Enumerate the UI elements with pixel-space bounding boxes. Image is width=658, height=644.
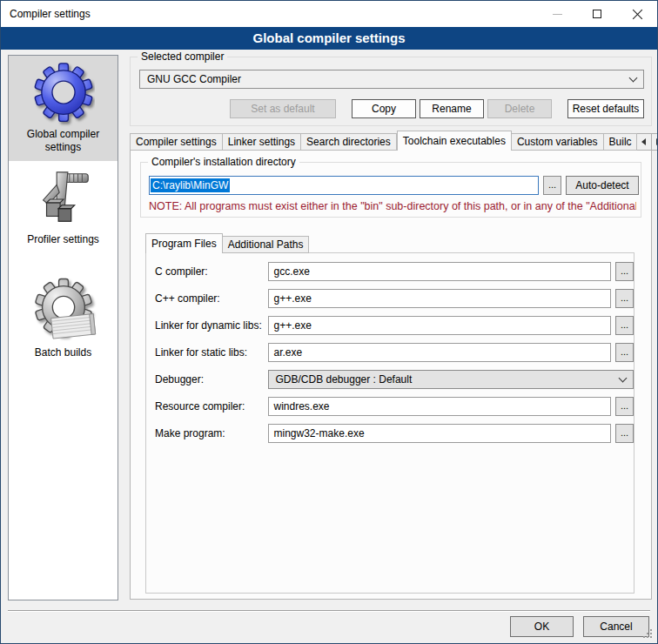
sidebar-item-batch-builds[interactable]: Batch builds (9, 264, 118, 370)
reset-defaults-button[interactable]: Reset defaults (567, 99, 644, 118)
linker-dynamic-input[interactable]: g++.exe (268, 316, 612, 335)
resource-compiler-browse-button[interactable]: ... (615, 397, 634, 416)
linker-static-value: ar.exe (274, 346, 303, 359)
window-title: Compiler settings (1, 8, 91, 20)
minimize-icon (553, 14, 562, 15)
resource-compiler-label: Resource compiler: (155, 400, 268, 413)
linker-static-label: Linker for static libs: (155, 346, 268, 359)
c-compiler-value: gcc.exe (274, 265, 310, 278)
installation-directory-value: C:\raylib\MinGW (151, 178, 230, 192)
browse-directory-button[interactable]: ... (543, 176, 561, 195)
auto-detect-button[interactable]: Auto-detect (566, 176, 639, 195)
resource-compiler-input[interactable]: windres.exe (268, 397, 612, 416)
caliper-icon (31, 166, 96, 231)
compiler-select-value: GNU GCC Compiler (147, 73, 241, 85)
delete-button[interactable]: Delete (487, 99, 552, 118)
rename-button[interactable]: Rename (420, 99, 484, 118)
tab-linker-settings[interactable]: Linker settings (223, 133, 301, 151)
selected-compiler-group: Selected compiler GNU GCC Compiler Set a… (130, 57, 652, 126)
sidebar-item-profiler-settings[interactable]: Profiler settings (9, 161, 118, 264)
tab-toolchain-executables[interactable]: Toolchain executables (397, 131, 512, 151)
sidebar-item-global-compiler-settings[interactable]: Global compiler settings (9, 56, 118, 161)
cpp-compiler-browse-button[interactable]: ... (615, 289, 634, 308)
cpp-compiler-row: C++ compiler: g++.exe ... (146, 289, 634, 308)
linker-static-browse-button[interactable]: ... (615, 343, 634, 362)
settings-tabs: Compiler settings Linker settings Search… (130, 131, 658, 151)
installation-directory-input[interactable]: C:\raylib\MinGW (149, 176, 539, 195)
resource-compiler-row: Resource compiler: windres.exe ... (146, 397, 634, 416)
compiler-select[interactable]: GNU GCC Compiler (139, 70, 644, 89)
copy-button[interactable]: Copy (352, 99, 416, 118)
debugger-label: Debugger: (155, 373, 268, 386)
chevron-down-icon (629, 73, 638, 82)
debugger-select[interactable]: GDB/CDB debugger : Default (268, 370, 634, 389)
close-button[interactable] (617, 1, 657, 27)
tab-search-directories[interactable]: Search directories (301, 133, 397, 151)
c-compiler-label: C compiler: (155, 265, 268, 278)
titlebar: Compiler settings (1, 1, 657, 27)
linker-static-row: Linker for static libs: ar.exe ... (146, 343, 634, 362)
ok-button[interactable]: OK (510, 616, 574, 637)
blue-gear-icon (32, 59, 95, 127)
compiler-actions: Set as default Copy Rename Delete Reset … (230, 99, 644, 118)
compiler-settings-dialog: Compiler settings Global compiler settin… (0, 0, 658, 644)
cpp-compiler-value: g++.exe (274, 292, 312, 305)
footer-divider (8, 610, 650, 612)
toolchain-executables-panel: Compiler's installation directory C:\ray… (130, 150, 652, 600)
subtab-program-files[interactable]: Program Files (145, 233, 223, 253)
cancel-button[interactable]: Cancel (583, 616, 649, 637)
tab-scroll-left-button[interactable] (637, 133, 652, 151)
cpp-compiler-input[interactable]: g++.exe (268, 289, 612, 308)
chevron-down-icon (619, 373, 628, 382)
caption-buttons (537, 1, 657, 27)
linker-dynamic-browse-button[interactable]: ... (615, 316, 634, 335)
make-program-row: Make program: mingw32-make.exe ... (146, 424, 634, 443)
selected-compiler-group-label: Selected compiler (138, 50, 227, 63)
installation-directory-group: Compiler's installation directory C:\ray… (140, 162, 641, 218)
minimize-button[interactable] (537, 1, 577, 27)
maximize-icon (593, 10, 601, 18)
subtab-additional-paths[interactable]: Additional Paths (223, 236, 310, 253)
cpp-compiler-label: C++ compiler: (155, 292, 268, 305)
c-compiler-input[interactable]: gcc.exe (268, 262, 612, 281)
make-program-input[interactable]: mingw32-make.exe (268, 424, 612, 443)
installation-directory-row: C:\raylib\MinGW ... Auto-detect (149, 176, 639, 195)
linker-dynamic-row: Linker for dynamic libs: g++.exe ... (146, 316, 634, 335)
debugger-row: Debugger: GDB/CDB debugger : Default (146, 370, 634, 389)
sidebar-item-label: Batch builds (35, 346, 91, 359)
close-icon (632, 9, 643, 20)
page-title: Global compiler settings (1, 27, 657, 50)
resize-grip[interactable] (643, 629, 654, 640)
make-program-value: mingw32-make.exe (274, 427, 365, 439)
c-compiler-row: C compiler: gcc.exe ... (146, 262, 634, 281)
resource-compiler-value: windres.exe (274, 400, 330, 413)
linker-dynamic-label: Linker for dynamic libs: (155, 319, 268, 332)
tab-build-options[interactable]: Builc (604, 133, 637, 151)
c-compiler-browse-button[interactable]: ... (615, 262, 634, 281)
arrow-left-icon (641, 138, 646, 145)
installation-directory-group-label: Compiler's installation directory (148, 156, 299, 168)
set-as-default-button[interactable]: Set as default (230, 99, 336, 118)
settings-category-list: Global compiler settings (8, 55, 118, 600)
make-program-browse-button[interactable]: ... (615, 424, 634, 443)
program-subtabs: Program Files Additional Paths (145, 233, 309, 253)
linker-static-input[interactable]: ar.exe (268, 343, 612, 362)
batch-builds-icon (30, 274, 97, 342)
installation-note: NOTE: All programs must exist either in … (149, 200, 636, 212)
tab-scroll-right-button[interactable] (652, 133, 658, 151)
debugger-value: GDB/CDB debugger : Default (276, 373, 413, 386)
sidebar-item-label: Global compiler settings (9, 128, 118, 154)
make-program-label: Make program: (155, 427, 268, 439)
maximize-button[interactable] (577, 1, 617, 27)
tab-custom-variables[interactable]: Custom variables (512, 133, 604, 151)
tab-compiler-settings[interactable]: Compiler settings (130, 133, 223, 151)
linker-dynamic-value: g++.exe (274, 319, 312, 332)
program-files-panel: C compiler: gcc.exe ... C++ compiler: g+… (145, 252, 634, 594)
sidebar-item-label: Profiler settings (27, 233, 99, 246)
